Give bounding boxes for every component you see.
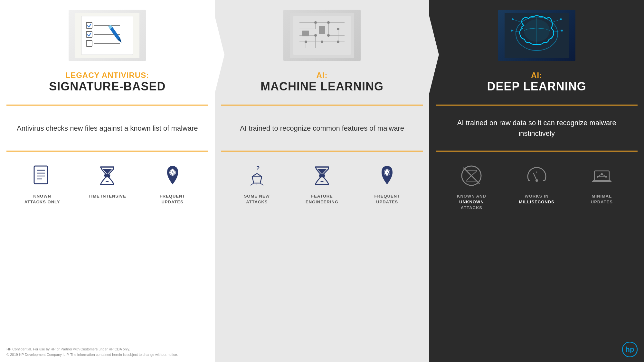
download-pin-ml-icon [376,164,398,187]
divider2-legacy [6,151,208,152]
known-unknown-label: KNOWN AND UNKNOWN ATTACKS [452,193,491,211]
title-label-dl: AI: [531,71,542,80]
some-new-attacks-icon-shape: ? [244,163,270,189]
known-attacks-icon-shape [29,163,55,189]
svg-point-41 [314,34,317,37]
icon-time-intensive: TIME INTENSIVE [88,163,127,199]
image-legacy [69,10,146,61]
svg-rect-11 [34,166,48,184]
divider-dl [436,105,638,106]
footer-line2: © 2019 HP Development Company, L.P. The … [6,352,178,357]
icon-known-attacks: KNOWN ATTACKS ONLY [23,163,62,205]
svg-point-73 [561,30,563,32]
hourglass-ml-icon [311,164,333,187]
some-new-attacks-label: SOME NEW ATTACKS [238,193,276,205]
title-main-ml: MACHINE LEARNING [260,80,384,93]
divider2-dl [436,151,638,152]
icon-frequent-updates-1: FREQUENT UPDATES [153,163,192,205]
minimal-updates-icon-shape [589,163,615,189]
svg-line-53 [251,183,254,185]
svg-point-39 [327,21,330,24]
svg-text:hp: hp [626,345,634,353]
feature-engineering-icon-shape [309,163,335,189]
hp-logo: hp [622,342,638,357]
divider-legacy [6,105,208,106]
title-legacy: LEGACY ANTIVIRUS: SIGNATURE-BASED [49,68,166,97]
image-machine-learning [283,10,361,61]
footer-line1: HP Confidential. For use by HP or Partne… [6,347,178,352]
question-crystal-icon: ? [246,164,268,187]
minimal-updates-label: MINIMAL UPDATES [582,193,621,205]
frequent-updates-1-label: FREQUENT UPDATES [153,193,192,205]
svg-text:?: ? [256,165,260,172]
icon-minimal-updates: MINIMAL UPDATES [582,163,621,205]
icon-some-new-attacks: ? SOME NEW ATTACKS [238,163,276,205]
works-milliseconds-icon-shape [524,163,550,189]
title-machine-learning: AI: MACHINE LEARNING [260,68,384,97]
svg-point-67 [524,19,550,42]
svg-point-18 [106,170,109,173]
icon-works-milliseconds: WORKS IN MILLISECONDS [517,163,556,205]
svg-point-44 [305,41,307,43]
svg-point-40 [327,34,330,37]
icons-row-dl: KNOWN AND UNKNOWN ATTACKS [436,156,638,356]
download-pin-icon [161,164,184,187]
icon-feature-engineering: FEATURE ENGINEERING [303,163,341,205]
description-ml: AI trained to recognize common features … [233,110,411,146]
hp-logo-svg: hp [622,342,638,357]
icon-known-unknown: KNOWN AND UNKNOWN ATTACKS [452,163,491,211]
svg-point-42 [337,28,339,30]
svg-point-58 [321,170,323,173]
checklist-image-svg [75,13,139,58]
svg-point-75 [511,30,513,32]
title-label-ml: AI: [317,71,328,80]
description-dl: AI trained on raw data so it can recogni… [436,110,638,146]
circuit-image-svg [290,13,354,58]
svg-rect-85 [594,171,609,181]
svg-marker-49 [252,173,262,183]
svg-line-55 [260,183,263,185]
time-intensive-icon-shape [94,163,120,189]
icon-frequent-updates-2: FREQUENT UPDATES [368,163,406,205]
divider2-ml [221,151,423,152]
svg-point-38 [314,21,317,24]
description-legacy: Antivirus checks new files against a kno… [10,110,204,146]
works-milliseconds-label: WORKS IN MILLISECONDS [517,193,556,205]
column-legacy: LEGACY ANTIVIRUS: SIGNATURE-BASED Antivi… [0,0,215,362]
hourglass-icon [96,164,118,187]
frequent-updates-1-icon-shape [160,163,185,189]
main-container: LEGACY ANTIVIRUS: SIGNATURE-BASED Antivi… [0,0,644,362]
frequent-updates-2-label: FREQUENT UPDATES [368,193,406,205]
frequent-updates-2-icon-shape [374,163,400,189]
known-unknown-icon-shape [459,163,484,189]
footer-legacy: HP Confidential. For use by HP or Partne… [6,347,178,357]
svg-point-81 [535,179,538,182]
title-label-legacy: LEGACY ANTIVIRUS: [65,71,149,80]
icons-row-ml: ? SOME NEW ATTACKS [221,156,423,356]
no-hourglass-icon [460,164,483,187]
speedometer-icon [526,164,548,187]
svg-point-43 [337,41,339,43]
column-deep-learning: AI: DEEP LEARNING AI trained on raw data… [429,0,644,362]
svg-rect-46 [319,26,325,34]
feature-engineering-label: FEATURE ENGINEERING [303,193,341,205]
svg-point-72 [560,18,562,20]
divider-ml [221,105,423,106]
icons-row-legacy: KNOWN ATTACKS ONLY [6,156,208,356]
svg-line-91 [598,174,602,177]
time-intensive-label: TIME INTENSIVE [89,193,126,199]
svg-line-92 [602,174,606,177]
laptop-network-icon [591,164,613,187]
title-main-dl: DEEP LEARNING [487,80,586,93]
column-machine-learning: AI: MACHINE LEARNING AI trained to recog… [215,0,430,362]
title-deep-learning: AI: DEEP LEARNING [487,68,586,97]
known-attacks-label: KNOWN ATTACKS ONLY [23,193,62,205]
title-main-legacy: SIGNATURE-BASED [49,80,166,93]
brain-image-svg [505,13,569,58]
svg-rect-47 [302,31,309,36]
image-deep-learning [498,10,575,61]
svg-point-74 [512,18,514,20]
document-icon [31,164,53,187]
svg-point-45 [321,41,323,43]
